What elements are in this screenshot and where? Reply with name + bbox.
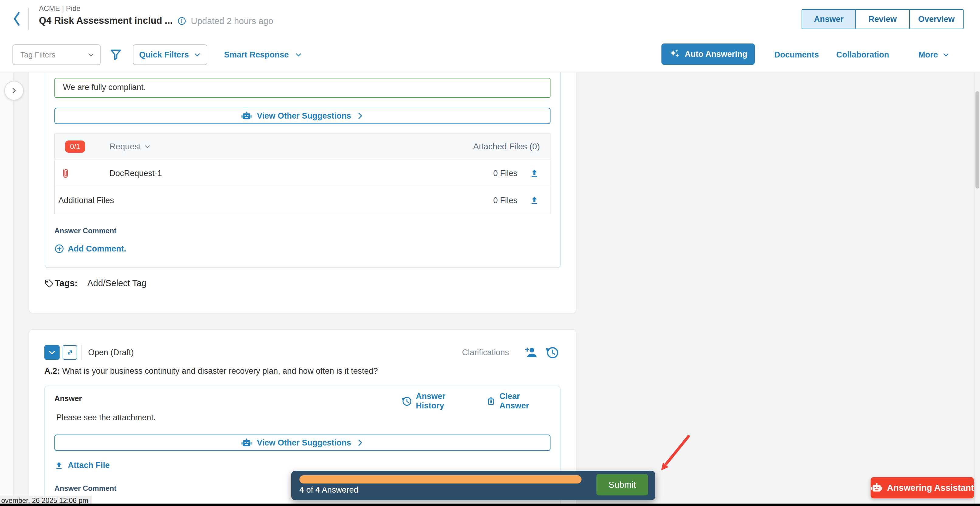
answer-comment-label: Answer Comment — [54, 226, 116, 235]
tag-icon — [45, 279, 54, 288]
collaboration-link[interactable]: Collaboration — [836, 50, 889, 60]
tags-label: Tags: — [55, 278, 78, 288]
robot-icon — [241, 110, 252, 121]
assign-user-icon[interactable] — [523, 345, 538, 360]
bottom-edge — [0, 504, 980, 506]
answer-textarea-a2[interactable]: Please see the attachment. — [56, 413, 156, 422]
question-text: What is your business continuity and dis… — [62, 366, 378, 376]
progress-text: 4 of 4 Answered — [299, 485, 358, 495]
tab-overview[interactable]: Overview — [909, 10, 963, 29]
smart-response-menu[interactable]: Smart Response — [224, 45, 302, 65]
attached-files-table: 0/1 Request Attached Files (0) DocReques… — [54, 133, 550, 214]
clear-answer-button[interactable]: Clear Answer — [486, 391, 550, 411]
robot-icon — [241, 437, 252, 448]
view-switcher: Answer Review Overview — [802, 9, 964, 29]
request-column-header[interactable]: Request — [110, 142, 151, 151]
divider — [81, 345, 82, 360]
view-other-suggestions-label: View Other Suggestions — [257, 438, 351, 448]
tag-filters-select[interactable]: Tag Filters — [13, 45, 100, 65]
answer-comment-label: Answer Comment — [54, 484, 116, 493]
answer-history-button[interactable]: Answer History — [401, 391, 474, 411]
trash-icon — [486, 396, 496, 406]
clock-history-icon — [401, 396, 412, 407]
question-text-row: A.2: What is your business continuity an… — [45, 366, 378, 376]
tab-review[interactable]: Review — [855, 10, 909, 29]
answering-assistant-button[interactable]: Answering Assistant — [870, 477, 974, 498]
clarifications-label: Clarifications — [462, 348, 509, 357]
additional-files-row: Additional Files 0 Files — [55, 187, 550, 214]
history-icon[interactable] — [545, 345, 559, 360]
chevron-right-icon — [356, 112, 364, 120]
documents-link[interactable]: Documents — [774, 50, 819, 60]
chevron-right-icon — [10, 87, 18, 95]
request-count-badge: 0/1 — [65, 140, 85, 153]
add-comment-button[interactable]: Add Comment. — [54, 244, 126, 254]
answer-label: Answer — [54, 394, 82, 403]
view-other-suggestions-button-a2[interactable]: View Other Suggestions — [54, 434, 550, 451]
tag-filters-placeholder: Tag Filters — [21, 51, 55, 59]
file-request-name: DocRequest-1 — [110, 169, 162, 178]
answer-text: We are fully compliant. — [63, 83, 146, 92]
add-comment-label: Add Comment. — [68, 244, 126, 254]
quick-filters-button[interactable]: Quick Filters — [133, 45, 207, 65]
chevron-down-icon — [194, 51, 201, 58]
updated-timestamp: Updated 2 hours ago — [191, 16, 273, 26]
chevron-down-icon — [48, 348, 56, 357]
filter-funnel-icon[interactable] — [110, 48, 122, 61]
view-other-suggestions-label: View Other Suggestions — [257, 111, 351, 121]
submission-bar: 4 of 4 Answered Submit — [291, 471, 655, 500]
auto-answering-button[interactable]: Auto Answering — [662, 43, 755, 65]
filters-toolbar: Tag Filters Quick Filters Smart Response… — [0, 37, 980, 72]
more-label: More — [918, 50, 938, 60]
attached-files-column-header: Attached Files (0) — [473, 142, 540, 151]
chevron-down-icon — [295, 51, 302, 58]
view-other-suggestions-button-a1[interactable]: View Other Suggestions — [54, 108, 550, 124]
progress-bar — [299, 475, 582, 484]
page-title: Q4 Risk Assessment includ ... — [39, 15, 173, 26]
submit-button[interactable]: Submit — [597, 474, 648, 495]
page-header: ACME | Pide Q4 Risk Assessment includ ..… — [0, 0, 980, 38]
question-id: A.2: — [45, 366, 60, 376]
files-table-header: 0/1 Request Attached Files (0) — [55, 134, 550, 160]
back-button[interactable] — [11, 11, 22, 27]
tags-row: Tags: Add/Select Tag — [45, 278, 146, 288]
scrollbar-thumb[interactable] — [975, 91, 979, 189]
chevron-down-icon — [942, 51, 950, 58]
file-request-row: DocRequest-1 0 Files — [55, 160, 550, 187]
annotation-arrow — [651, 433, 695, 479]
sidebar-expand-button[interactable] — [4, 81, 24, 100]
expand-icon — [66, 348, 74, 356]
attach-file-button[interactable]: Attach File — [54, 461, 110, 470]
add-select-tag[interactable]: Add/Select Tag — [87, 278, 146, 288]
collapse-question-button[interactable] — [45, 345, 60, 360]
file-count: 0 Files — [493, 196, 517, 205]
upload-icon[interactable] — [530, 169, 539, 178]
answer-history-label: Answer History — [416, 391, 474, 411]
chevron-down-icon — [87, 51, 94, 58]
upload-icon — [54, 461, 64, 470]
breadcrumb: ACME | Pide — [39, 4, 81, 13]
more-menu[interactable]: More — [918, 45, 950, 65]
chevron-down-icon — [144, 143, 151, 150]
paperclip-icon — [60, 167, 70, 180]
smart-response-label: Smart Response — [224, 50, 289, 60]
plus-circle-icon — [54, 244, 64, 254]
additional-files-label: Additional Files — [58, 196, 114, 205]
attach-file-label: Attach File — [68, 461, 110, 470]
question-status: Open (Draft) — [88, 348, 134, 357]
tab-answer[interactable]: Answer — [802, 10, 855, 29]
app-screen: We are fully compliant. View Other Sugge… — [0, 0, 980, 506]
upload-icon[interactable] — [530, 196, 539, 205]
clear-answer-label: Clear Answer — [500, 391, 550, 411]
file-count: 0 Files — [493, 169, 517, 178]
chevron-right-icon — [356, 439, 364, 447]
info-icon[interactable] — [177, 16, 186, 25]
robot-icon — [870, 482, 883, 494]
left-rail — [0, 72, 14, 506]
answer-textarea-a1[interactable]: We are fully compliant. — [54, 78, 550, 98]
chevron-left-icon — [11, 11, 22, 27]
auto-answering-label: Auto Answering — [685, 49, 748, 59]
expand-question-button[interactable] — [63, 345, 77, 360]
divider — [28, 8, 29, 30]
answering-assistant-label: Answering Assistant — [887, 483, 974, 493]
